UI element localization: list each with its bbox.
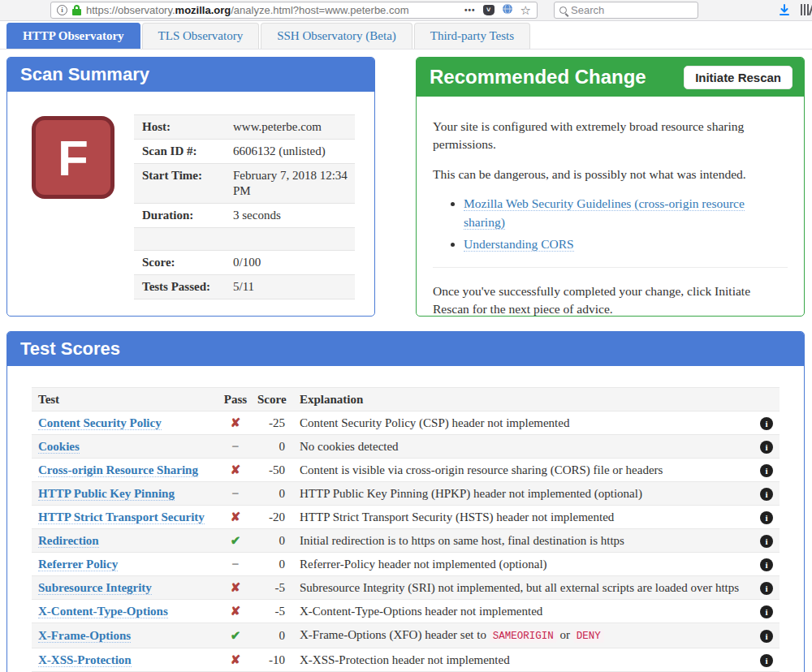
test-link-content-security-policy[interactable]: Content Security Policy <box>38 416 162 430</box>
header-value-code: SAMEORIGIN <box>490 630 557 643</box>
test-scores-table: Test Pass Score Explanation Content Secu… <box>32 387 780 671</box>
test-link-cookies[interactable]: Cookies <box>38 440 80 454</box>
table-header-row: Test Pass Score Explanation <box>32 388 780 411</box>
page-actions-icon[interactable]: ••• <box>464 6 476 15</box>
scan-summary-panel: Scan Summary F Host:www.peterbe.comScan … <box>6 57 375 317</box>
test-link-x-content-type-options[interactable]: X-Content-Type-Options <box>38 605 168 618</box>
scan-summary-title: Scan Summary <box>7 58 374 92</box>
test-link-referrer-policy[interactable]: Referrer Policy <box>38 558 118 571</box>
fail-icon: ✘ <box>231 463 241 476</box>
summary-value: February 7, 2018 12:34 PM <box>225 164 355 204</box>
summary-label: Duration: <box>134 204 225 228</box>
score-value: 0 <box>251 623 293 648</box>
info-icon[interactable]: i <box>760 441 773 454</box>
summary-value <box>225 228 355 251</box>
search-bar[interactable] <box>554 2 698 19</box>
info-icon[interactable]: i <box>760 654 773 667</box>
fail-icon: ✘ <box>231 581 241 594</box>
summary-label: Start Time: <box>134 164 225 204</box>
fail-icon: ✘ <box>231 416 241 429</box>
summary-row-score: Score:0/100 <box>134 251 355 275</box>
explanation-text: HTTP Public Key Pinning (HPKP) header no… <box>293 482 752 506</box>
info-icon[interactable]: i <box>760 582 773 595</box>
search-icon <box>559 6 567 14</box>
pocket-icon[interactable]: ˅ <box>483 5 495 15</box>
explanation-text: X-Frame-Options (XFO) header set to SAME… <box>293 623 752 648</box>
test-link-x-xss-protection[interactable]: X-XSS-Protection <box>38 653 132 667</box>
summary-value: 0/100 <box>225 251 355 275</box>
recommendation-text-1: Your site is configured with extremely b… <box>433 118 788 154</box>
score-value: -5 <box>251 576 293 600</box>
test-scores-title: Test Scores <box>7 332 804 366</box>
summary-value: 6606132 (unlisted) <box>225 140 355 164</box>
summary-value: 5/11 <box>225 275 355 299</box>
test-link-x-frame-options[interactable]: X-Frame-Options <box>38 629 131 643</box>
test-link-http-public-key-pinning[interactable]: HTTP Public Key Pinning <box>38 487 175 501</box>
summary-label <box>134 228 225 251</box>
tab-third-party-tests[interactable]: Third-party Tests <box>414 23 530 49</box>
summary-value: www.peterbe.com <box>225 115 355 140</box>
recommended-change-panel: Recommended Change Initiate Rescan Your … <box>416 57 805 317</box>
info-icon[interactable]: i <box>760 630 773 643</box>
summary-label: Score: <box>134 251 225 275</box>
test-link-subresource-integrity[interactable]: Subresource Integrity <box>38 581 152 595</box>
info-icon[interactable]: i <box>760 558 773 571</box>
search-input[interactable] <box>571 4 668 16</box>
summary-value: 3 seconds <box>225 204 355 228</box>
score-value: -25 <box>251 411 293 435</box>
test-row-referrer-policy: Referrer Policy−0Referrer-Policy header … <box>32 553 780 576</box>
explanation-text: Subresource Integrity (SRI) not implemen… <box>293 576 752 600</box>
tab-tls-observatory[interactable]: TLS Observatory <box>142 23 260 49</box>
info-icon[interactable]: i <box>760 488 773 501</box>
explanation-text: Initial redirection is to https on same … <box>293 529 752 553</box>
score-value: -10 <box>251 648 293 672</box>
container-icon[interactable] <box>502 3 513 18</box>
test-row-cross-origin-resource-sharing: Cross-origin Resource Sharing✘-50Content… <box>32 459 780 482</box>
explanation-text: Referrer-Policy header not implemented (… <box>293 553 752 576</box>
info-icon[interactable]: i <box>760 417 773 430</box>
neutral-icon: − <box>232 557 240 571</box>
summary-row-scan-id: Scan ID #:6606132 (unlisted) <box>134 140 355 164</box>
test-link-http-strict-transport-security[interactable]: HTTP Strict Transport Security <box>38 510 205 524</box>
scan-summary-table: Host:www.peterbe.comScan ID #:6606132 (u… <box>134 114 355 299</box>
tab-ssh-observatory-beta[interactable]: SSH Observatory (Beta) <box>261 23 412 49</box>
score-value: 0 <box>251 435 293 459</box>
summary-row-start-time: Start Time:February 7, 2018 12:34 PM <box>134 164 355 204</box>
page: i https://observatory.mozilla.org/analyz… <box>0 0 812 672</box>
test-row-subresource-integrity: Subresource Integrity✘-5Subresource Inte… <box>32 576 780 600</box>
bookmark-star-icon[interactable]: ☆ <box>520 5 531 15</box>
recommended-change-header: Recommended Change Initiate Rescan <box>417 58 804 97</box>
summary-label: Scan ID #: <box>134 140 225 164</box>
initiate-rescan-button[interactable]: Initiate Rescan <box>684 66 793 89</box>
score-value: 0 <box>251 482 293 506</box>
url-bar[interactable]: i https://observatory.mozilla.org/analyz… <box>50 2 538 19</box>
guidelines-link[interactable]: Mozilla Web Security Guidelines (cross-o… <box>464 196 745 229</box>
list-item: Understanding CORS <box>464 235 788 253</box>
summary-row-host: Host:www.peterbe.com <box>134 115 355 140</box>
info-icon[interactable]: i <box>760 464 773 477</box>
url-text: https://observatory.mozilla.org/analyze.… <box>86 4 460 16</box>
url-scheme: https://observatory. <box>86 4 175 16</box>
page-info-icon[interactable]: i <box>57 5 67 15</box>
test-link-cross-origin-resource-sharing[interactable]: Cross-origin Resource Sharing <box>38 463 198 477</box>
tab-http-observatory[interactable]: HTTP Observatory <box>6 23 140 49</box>
summary-row-tests-passed: Tests Passed:5/11 <box>134 275 355 299</box>
info-icon[interactable]: i <box>760 535 773 548</box>
test-row-http-public-key-pinning: HTTP Public Key Pinning−0HTTP Public Key… <box>32 482 780 506</box>
test-row-x-content-type-options: X-Content-Type-Options✘-5X-Content-Type-… <box>32 600 780 623</box>
test-row-x-frame-options: X-Frame-Options✔0X-Frame-Options (XFO) h… <box>32 623 780 648</box>
understanding-cors-link[interactable]: Understanding CORS <box>464 237 574 252</box>
info-icon[interactable]: i <box>760 605 773 618</box>
col-header-info <box>752 388 780 411</box>
library-icon[interactable] <box>801 4 812 15</box>
recommendation-links: Mozilla Web Security Guidelines (cross-o… <box>464 195 788 253</box>
lock-icon[interactable] <box>72 5 81 16</box>
score-value: -50 <box>251 459 293 482</box>
explanation-text: No cookies detected <box>293 435 752 459</box>
explanation-text: HTTP Strict Transport Security (HSTS) he… <box>293 506 752 529</box>
info-icon[interactable]: i <box>760 511 773 524</box>
fail-icon: ✘ <box>231 653 241 666</box>
grade-badge: F <box>32 116 114 199</box>
test-link-redirection[interactable]: Redirection <box>38 534 99 548</box>
download-icon[interactable] <box>778 4 791 20</box>
